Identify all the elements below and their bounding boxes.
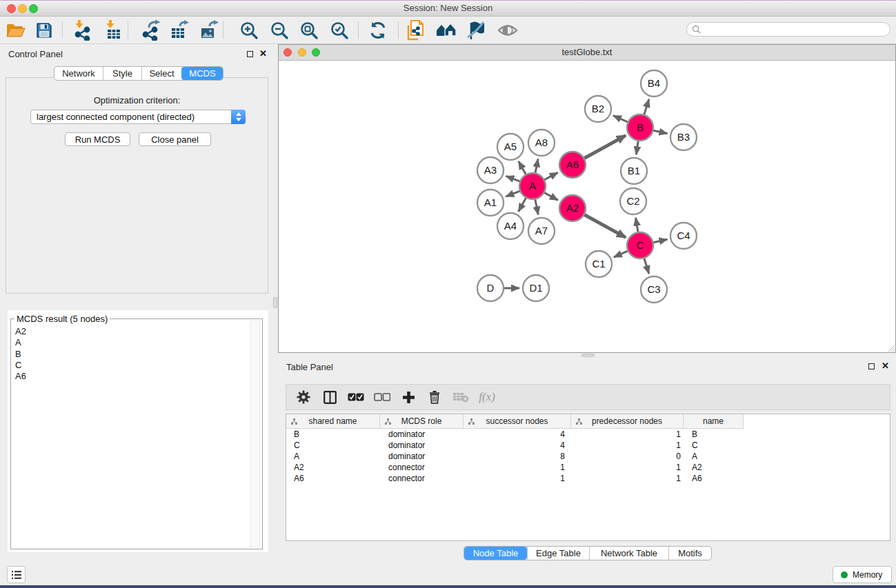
column-header-MCDS-role[interactable]: MCDS role bbox=[380, 414, 464, 428]
column-header-successor-nodes[interactable]: successor nodes bbox=[464, 414, 571, 428]
mcds-result-item[interactable]: A2 bbox=[11, 326, 262, 337]
tab-network-table[interactable]: Network Table bbox=[589, 547, 668, 560]
table-row-B[interactable]: Bdominator41B bbox=[286, 429, 744, 440]
column-header-predecessor-nodes[interactable]: predecessor nodes bbox=[571, 414, 684, 428]
delete-table-icon[interactable] bbox=[448, 387, 474, 407]
node-D[interactable]: D bbox=[477, 275, 504, 301]
tab-motifs[interactable]: Motifs bbox=[668, 547, 711, 560]
tab-network[interactable]: Network bbox=[54, 67, 103, 80]
export-table-icon[interactable] bbox=[168, 19, 191, 42]
optimization-criterion-select[interactable]: largest connected component (directed) bbox=[30, 110, 246, 124]
show-panels-button[interactable] bbox=[7, 566, 26, 583]
node-C3[interactable]: C3 bbox=[641, 276, 667, 303]
deselect-all-icon[interactable] bbox=[369, 387, 395, 407]
node-C[interactable]: C bbox=[627, 232, 653, 258]
table-panel-title: Table Panel bbox=[286, 362, 333, 372]
zoom-selected-icon[interactable] bbox=[328, 19, 351, 42]
svg-text:B3: B3 bbox=[677, 131, 690, 143]
node-A2[interactable]: A2 bbox=[559, 195, 586, 221]
refresh-icon[interactable] bbox=[366, 19, 390, 42]
node-A6[interactable]: A6 bbox=[559, 152, 586, 178]
open-session-icon[interactable] bbox=[3, 19, 27, 42]
show-eye-icon[interactable] bbox=[496, 19, 519, 42]
column-header-shared-name[interactable]: shared name bbox=[286, 414, 380, 428]
control-panel-float-icon[interactable] bbox=[247, 51, 253, 57]
run-mcds-button[interactable]: Run MCDS bbox=[65, 132, 130, 146]
horizontal-divider-handle[interactable] bbox=[581, 354, 595, 357]
toolbar-separator bbox=[62, 21, 63, 39]
add-column-icon[interactable] bbox=[395, 387, 421, 407]
svg-text:A2: A2 bbox=[566, 202, 579, 214]
table-settings-gear-icon[interactable] bbox=[290, 387, 317, 407]
node-B1[interactable]: B1 bbox=[621, 158, 647, 184]
export-network-icon[interactable] bbox=[139, 19, 162, 42]
tab-mcds[interactable]: MCDS bbox=[181, 67, 223, 80]
window-resize-grip[interactable] bbox=[886, 343, 895, 352]
panel-divider-handle[interactable] bbox=[273, 297, 277, 308]
table-panel-float-icon[interactable] bbox=[868, 363, 875, 369]
network-graph-canvas[interactable]: B4B2BB3A5A8A6B1A3AC2A1A2A4A7C4CC1C3DD1 bbox=[279, 61, 895, 353]
function-builder-icon[interactable]: f(x) bbox=[474, 387, 500, 407]
hide-graphics-details-icon[interactable] bbox=[464, 19, 488, 42]
select-stepper-icon bbox=[231, 110, 246, 124]
node-A1[interactable]: A1 bbox=[477, 190, 504, 216]
node-A7[interactable]: A7 bbox=[528, 218, 555, 244]
table-row-A6[interactable]: A6connector11A6 bbox=[286, 473, 744, 484]
cell: B bbox=[286, 429, 380, 440]
import-table-icon[interactable] bbox=[102, 19, 126, 42]
table-panel-close-icon[interactable]: ✕ bbox=[882, 363, 889, 369]
node-A8[interactable]: A8 bbox=[528, 130, 555, 156]
node-A5[interactable]: A5 bbox=[497, 134, 524, 160]
delete-column-icon[interactable] bbox=[421, 387, 448, 407]
tab-select[interactable]: Select bbox=[141, 67, 181, 80]
search-field[interactable] bbox=[686, 22, 890, 37]
node-A3[interactable]: A3 bbox=[477, 157, 504, 183]
tab-node-table[interactable]: Node Table bbox=[464, 547, 527, 560]
table-panel-tabs: Node TableEdge TableNetwork TableMotifs bbox=[464, 546, 712, 560]
optimization-criterion-label: Optimization criterion: bbox=[6, 95, 268, 105]
mcds-result-item[interactable]: A bbox=[11, 337, 262, 348]
save-session-icon[interactable] bbox=[32, 19, 56, 42]
mcds-result-item[interactable]: C bbox=[11, 360, 262, 371]
node-B4[interactable]: B4 bbox=[641, 70, 667, 97]
close-panel-button[interactable]: Close panel bbox=[139, 132, 211, 146]
tab-edge-table[interactable]: Edge Table bbox=[527, 547, 589, 560]
cell: connector bbox=[380, 462, 464, 473]
memory-button[interactable]: Memory bbox=[833, 566, 892, 583]
split-column-icon[interactable] bbox=[317, 387, 343, 407]
zoom-fit-icon[interactable] bbox=[297, 19, 321, 42]
node-C1[interactable]: C1 bbox=[586, 251, 612, 277]
mcds-result-item[interactable]: B bbox=[11, 349, 262, 360]
table-row-A[interactable]: Adominator80A bbox=[286, 451, 744, 462]
zoom-in-icon[interactable] bbox=[237, 19, 261, 42]
mcds-list-scrollbar[interactable] bbox=[250, 321, 260, 547]
export-image-icon[interactable] bbox=[197, 19, 221, 42]
node-B3[interactable]: B3 bbox=[670, 124, 697, 150]
mcds-result-item[interactable]: A6 bbox=[11, 371, 262, 382]
search-input[interactable] bbox=[701, 23, 890, 35]
node-A4[interactable]: A4 bbox=[497, 213, 524, 239]
table-row-C[interactable]: Cdominator41C bbox=[286, 440, 744, 451]
import-network-icon[interactable] bbox=[71, 19, 94, 42]
copy-network-icon[interactable] bbox=[404, 19, 428, 42]
column-header-name[interactable]: name bbox=[684, 414, 744, 428]
node-C4[interactable]: C4 bbox=[670, 223, 697, 249]
node-B[interactable]: B bbox=[627, 114, 653, 141]
home-view-icon[interactable] bbox=[435, 19, 458, 42]
select-all-icon[interactable] bbox=[343, 387, 369, 407]
control-panel-close-icon[interactable]: ✕ bbox=[259, 50, 267, 57]
cell: A6 bbox=[286, 473, 380, 484]
node-D1[interactable]: D1 bbox=[523, 275, 549, 301]
cell: connector bbox=[380, 473, 464, 484]
node-B2[interactable]: B2 bbox=[585, 96, 611, 122]
node-C2[interactable]: C2 bbox=[620, 188, 646, 214]
table-row-A2[interactable]: A2connector11A2 bbox=[286, 462, 744, 473]
toolbar-separator bbox=[223, 21, 223, 39]
cell: dominator bbox=[380, 440, 464, 451]
table-header-row: shared nameMCDS rolesuccessor nodesprede… bbox=[286, 414, 744, 429]
zoom-out-icon[interactable] bbox=[268, 19, 291, 42]
tab-style[interactable]: Style bbox=[103, 67, 141, 80]
svg-text:A1: A1 bbox=[484, 196, 497, 208]
node-A[interactable]: A bbox=[519, 173, 546, 199]
mcds-result-list[interactable]: A2ABCA6 bbox=[11, 319, 262, 549]
